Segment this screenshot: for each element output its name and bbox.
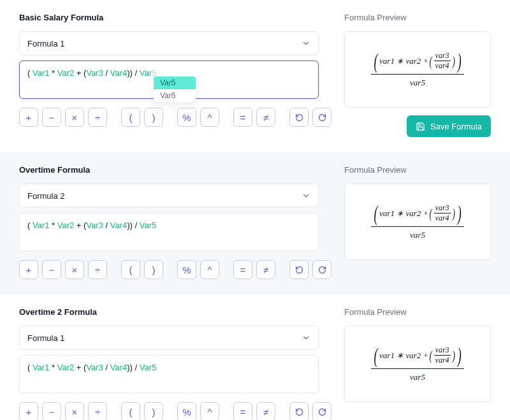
op-neq-button[interactable]: ≠ bbox=[256, 108, 275, 127]
op-power-button[interactable]: ^ bbox=[200, 108, 219, 127]
formula-token: ( bbox=[27, 221, 33, 230]
multiply-icon: × bbox=[72, 112, 78, 123]
formula-editor[interactable]: ( Var1 * Var2 + (Var3 / Var4)) / Var5Var… bbox=[19, 61, 319, 99]
op-multiply-button[interactable]: × bbox=[65, 402, 84, 420]
divide-icon: ÷ bbox=[95, 112, 100, 123]
formula-token: Var4 bbox=[110, 221, 127, 230]
plus-icon: + bbox=[26, 264, 32, 275]
formula-token: + bbox=[74, 221, 84, 230]
formula-math: (var1 ∗ var2 + (var3var4))var5 bbox=[371, 203, 465, 240]
formula-token: Var4 bbox=[110, 68, 127, 78]
save-formula-button[interactable]: Save Formula bbox=[407, 115, 491, 137]
op-rparen-button[interactable]: ) bbox=[144, 260, 163, 279]
op-equals-button[interactable]: = bbox=[233, 260, 252, 279]
formula-editor[interactable]: ( Var1 * Var2 + (Var3 / Var4)) / Var5 bbox=[19, 213, 319, 251]
formula-math: (var1 ∗ var2 + (var3var4))var5 bbox=[371, 345, 465, 382]
formula-token: Var1 bbox=[33, 363, 50, 372]
formula-section-overtime: Overtime FormulaFormula 2( Var1 * Var2 +… bbox=[0, 152, 510, 294]
op-rparen-button[interactable]: ) bbox=[144, 108, 163, 127]
formula-preview-box: (var1 ∗ var2 + (var3var4))var5 bbox=[344, 184, 491, 260]
op-equals-button[interactable]: = bbox=[233, 402, 252, 420]
autocomplete-popup: Var5Var6 bbox=[154, 76, 196, 102]
formula-token: + bbox=[74, 68, 84, 78]
op-lparen-button[interactable]: ( bbox=[121, 108, 140, 127]
op-minus-button[interactable]: − bbox=[42, 402, 61, 420]
op-power-button[interactable]: ^ bbox=[200, 260, 219, 279]
chevron-down-icon bbox=[302, 333, 310, 342]
minus-icon: − bbox=[49, 407, 55, 417]
preview-label: Formula Preview bbox=[344, 307, 491, 317]
formula-token: * bbox=[49, 68, 57, 78]
preview-label: Formula Preview bbox=[344, 165, 491, 175]
rparen-icon: ) bbox=[152, 264, 156, 275]
formula-token: Var2 bbox=[57, 68, 75, 78]
formula-token: Var4 bbox=[110, 363, 127, 372]
formula-token: Var5 bbox=[140, 363, 157, 372]
formula-editor[interactable]: ( Var1 * Var2 + (Var3 / Var4)) / Var5 bbox=[19, 355, 319, 393]
formula-token: / bbox=[103, 221, 110, 230]
formula-dropdown[interactable]: Formula 2 bbox=[19, 184, 319, 208]
op-multiply-button[interactable]: × bbox=[65, 260, 84, 279]
op-lparen-button[interactable]: ( bbox=[121, 260, 140, 279]
op-multiply-button[interactable]: × bbox=[65, 108, 84, 127]
equals-icon: = bbox=[240, 112, 246, 123]
formula-token: Var5 bbox=[140, 221, 157, 230]
caret-icon: ^ bbox=[207, 112, 212, 123]
save-icon bbox=[416, 122, 425, 131]
op-minus-button[interactable]: − bbox=[42, 260, 61, 279]
divide-icon: ÷ bbox=[95, 407, 100, 417]
redo-icon bbox=[317, 113, 327, 122]
op-redo-button[interactable] bbox=[312, 108, 332, 127]
op-undo-button[interactable] bbox=[289, 402, 309, 420]
op-minus-button[interactable]: − bbox=[42, 108, 61, 127]
op-plus-button[interactable]: + bbox=[19, 402, 38, 420]
operator-toolbar: +−×÷()%^=≠ bbox=[19, 260, 319, 279]
formula-token: Var bbox=[140, 68, 152, 78]
op-percent-button[interactable]: % bbox=[177, 402, 196, 420]
op-undo-button[interactable] bbox=[289, 108, 309, 127]
formula-text: ( Var1 * Var2 + (Var3 / Var4)) / Var5 bbox=[27, 220, 310, 231]
op-neq-button[interactable]: ≠ bbox=[256, 260, 275, 279]
op-percent-button[interactable]: % bbox=[177, 260, 196, 279]
op-percent-button[interactable]: % bbox=[177, 108, 196, 127]
op-divide-button[interactable]: ÷ bbox=[88, 108, 107, 127]
lparen-icon: ( bbox=[129, 407, 133, 417]
formula-token: ) bbox=[130, 221, 135, 230]
op-redo-button[interactable] bbox=[312, 402, 332, 420]
formula-token: ) bbox=[130, 68, 135, 78]
multiply-icon: × bbox=[72, 264, 78, 275]
dropdown-value: Formula 2 bbox=[27, 191, 65, 201]
formula-token: Var1 bbox=[33, 221, 50, 230]
formula-token: ( bbox=[27, 68, 33, 78]
op-neq-button[interactable]: ≠ bbox=[256, 402, 275, 420]
not-equal-icon: ≠ bbox=[263, 407, 268, 417]
op-lparen-button[interactable]: ( bbox=[121, 402, 140, 420]
percent-icon: % bbox=[182, 264, 191, 275]
formula-token: Var3 bbox=[86, 363, 103, 372]
caret-icon: ^ bbox=[207, 407, 212, 417]
formula-token: Var3 bbox=[86, 68, 103, 78]
autocomplete-option[interactable]: Var6 bbox=[154, 89, 196, 102]
multiply-icon: × bbox=[72, 407, 78, 417]
not-equal-icon: ≠ bbox=[263, 264, 268, 275]
formula-token: Var2 bbox=[57, 221, 75, 230]
op-plus-button[interactable]: + bbox=[19, 260, 38, 279]
autocomplete-option[interactable]: Var5 bbox=[154, 76, 196, 89]
op-divide-button[interactable]: ÷ bbox=[88, 260, 107, 279]
operator-toolbar: +−×÷()%^=≠ bbox=[19, 108, 319, 127]
formula-token: ( bbox=[27, 363, 33, 372]
formula-token: * bbox=[49, 221, 57, 230]
plus-icon: + bbox=[26, 112, 32, 123]
formula-dropdown[interactable]: Formula 1 bbox=[19, 326, 319, 350]
save-label: Save Formula bbox=[430, 122, 482, 131]
preview-label: Formula Preview bbox=[344, 13, 491, 22]
op-equals-button[interactable]: = bbox=[233, 108, 252, 127]
percent-icon: % bbox=[182, 112, 191, 123]
formula-dropdown[interactable]: Formula 1 bbox=[19, 31, 319, 55]
op-undo-button[interactable] bbox=[289, 260, 309, 279]
op-plus-button[interactable]: + bbox=[19, 108, 38, 127]
op-power-button[interactable]: ^ bbox=[200, 402, 219, 420]
op-redo-button[interactable] bbox=[312, 260, 332, 279]
op-rparen-button[interactable]: ) bbox=[144, 402, 163, 420]
op-divide-button[interactable]: ÷ bbox=[88, 402, 107, 420]
